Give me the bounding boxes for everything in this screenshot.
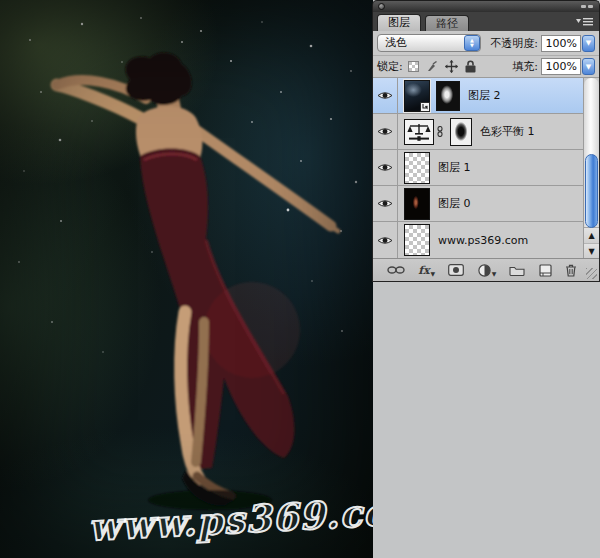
scroll-up-button[interactable]: ▲ [584, 228, 599, 243]
panel-menu-icon[interactable] [575, 16, 595, 27]
canvas-image: www.ps369.com [0, 0, 373, 558]
fill-label: 填充: [512, 59, 538, 74]
lock-all-icon[interactable] [465, 60, 476, 73]
layer-row-color-balance-1[interactable]: 色彩平衡 1 [373, 114, 583, 150]
lock-pixels-icon[interactable] [426, 61, 438, 73]
add-mask-icon[interactable] [448, 264, 464, 276]
opacity-dropdown-icon[interactable]: ▼ [582, 35, 595, 52]
layer-visibility-toggle[interactable] [373, 114, 398, 149]
layer-thumbnail[interactable] [404, 224, 430, 256]
panel-collapse-icon[interactable] [581, 5, 593, 8]
lock-fill-row: 锁定: 填充: 100% ▼ [373, 56, 599, 78]
watermark-text: www.ps369.com [87, 490, 373, 549]
fill-input[interactable]: 100% [541, 58, 581, 75]
layer-name[interactable]: 色彩平衡 1 [480, 124, 535, 139]
eye-icon [377, 198, 393, 209]
layer-visibility-toggle[interactable] [373, 222, 398, 258]
eye-icon [377, 162, 393, 173]
layer-style-fx-icon[interactable]: fx▼ [418, 264, 435, 277]
layer-mask-thumbnail[interactable] [436, 81, 460, 111]
tab-layers[interactable]: 图层 [377, 14, 421, 31]
scroll-down-button[interactable]: ▼ [584, 243, 599, 258]
opacity-label: 不透明度: [490, 36, 538, 51]
fill-dropdown-icon[interactable]: ▼ [582, 58, 595, 75]
layer-row-watermark[interactable]: www.ps369.com [373, 222, 583, 258]
link-icon[interactable] [387, 265, 405, 275]
scrollbar-arrows: ▲ ▼ [584, 227, 599, 258]
blend-mode-select[interactable]: 浅色 ▲▼ [377, 34, 481, 52]
lock-label: 锁定: [377, 59, 403, 74]
layer-row-layer0[interactable]: 图层 0 [373, 186, 583, 222]
smart-object-badge-icon [420, 102, 430, 112]
eye-icon [377, 126, 393, 137]
layer-name[interactable]: 图层 0 [438, 196, 471, 211]
layer-visibility-toggle[interactable] [373, 150, 398, 185]
blend-mode-stepper-icon: ▲▼ [464, 35, 480, 51]
layer-row-layer1[interactable]: 图层 1 [373, 150, 583, 186]
scrollbar: ▲ ▼ [583, 78, 599, 258]
opacity-input[interactable]: 100% [541, 35, 581, 52]
layer-visibility-toggle[interactable] [373, 186, 398, 221]
layer-row-layer2[interactable]: 图层 2 [373, 78, 583, 114]
lock-transparency-icon[interactable] [408, 61, 419, 72]
dancer-figure-art [0, 0, 373, 558]
scrollbar-thumb[interactable] [585, 154, 598, 228]
tab-paths[interactable]: 路径 [425, 15, 469, 31]
layer-thumbnail[interactable] [404, 188, 430, 220]
adjustment-layer-thumbnail[interactable] [404, 119, 434, 145]
panel-close-button[interactable] [378, 3, 385, 10]
blend-mode-value: 浅色 [385, 36, 407, 49]
layer-name[interactable]: 图层 1 [438, 160, 471, 175]
panel-footer: fx▼ ▼ [373, 258, 599, 281]
new-layer-icon[interactable] [539, 264, 552, 277]
color-balance-icon [407, 122, 431, 142]
eye-icon [377, 90, 393, 101]
layer-thumbnail[interactable] [404, 80, 430, 112]
dancer-silhouette [57, 53, 338, 510]
eye-icon [377, 235, 393, 246]
layer-name[interactable]: www.ps369.com [438, 234, 528, 247]
scrollbar-track[interactable] [584, 78, 599, 227]
panel-resize-grip[interactable] [586, 268, 597, 279]
mask-link-icon[interactable] [437, 126, 443, 137]
new-group-icon[interactable] [509, 265, 525, 276]
lock-position-icon[interactable] [445, 60, 458, 73]
layer-visibility-toggle[interactable] [373, 78, 398, 113]
delete-layer-icon[interactable] [565, 264, 577, 277]
layer-name[interactable]: 图层 2 [468, 88, 501, 103]
starfield [18, 17, 357, 353]
layers-panel: 图层 路径 浅色 ▲▼ 不透明度: 100% ▼ 锁 [372, 0, 600, 282]
screenshot-root: www.ps369.com 图层 路径 浅色 ▲▼ [0, 0, 600, 558]
blend-opacity-row: 浅色 ▲▼ 不透明度: 100% ▼ [373, 31, 599, 56]
layer-list: 图层 2 [373, 78, 599, 258]
adjustment-layer-icon[interactable]: ▼ [478, 264, 497, 277]
panel-body: 浅色 ▲▼ 不透明度: 100% ▼ 锁定: [372, 31, 600, 282]
panel-titlebar[interactable] [372, 0, 600, 12]
layer-mask-thumbnail[interactable] [450, 118, 472, 146]
panel-tab-bar: 图层 路径 [372, 12, 600, 31]
layer-thumbnail[interactable] [404, 152, 430, 184]
